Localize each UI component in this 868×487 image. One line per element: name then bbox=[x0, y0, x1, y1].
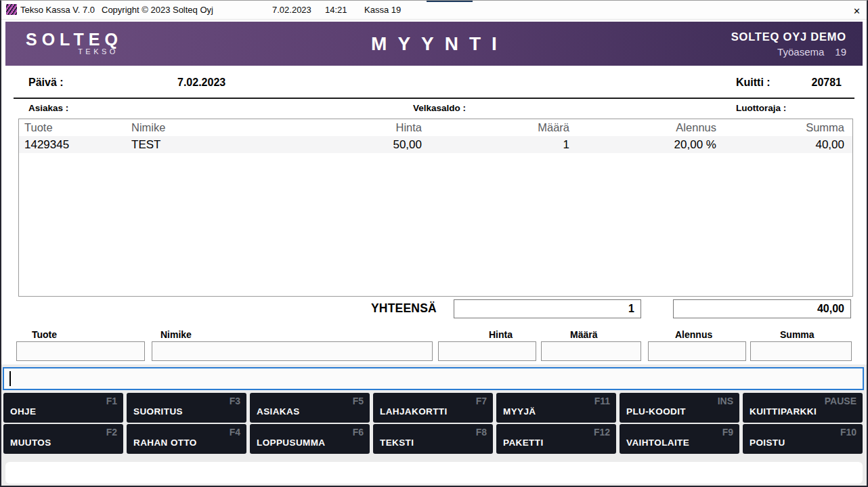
fk-label: TEKSTI bbox=[380, 438, 414, 448]
fk-key-hint: F8 bbox=[476, 427, 487, 438]
fk-key-hint: F11 bbox=[594, 396, 610, 406]
col-header-hinta: Hinta bbox=[295, 119, 423, 136]
lower-panel: OHJE F1 SUORITUS F3 ASIAKAS F5 LAHJAKORT… bbox=[1, 364, 867, 486]
function-key-suoritus[interactable]: SUORITUS F3 bbox=[127, 393, 246, 423]
command-input[interactable] bbox=[3, 367, 864, 390]
fk-key-hint: F4 bbox=[230, 427, 240, 438]
app-icon bbox=[6, 4, 17, 15]
date-label: Päivä : bbox=[28, 77, 64, 89]
col-header-alennus: Alennus bbox=[571, 119, 718, 136]
titlebar-time: 14:21 bbox=[325, 5, 347, 15]
fk-label: PLU-KOODIT bbox=[626, 406, 686, 417]
cell-product-name: TEST bbox=[126, 136, 295, 153]
total-sum-box: 40,00 bbox=[673, 299, 851, 318]
receipt-number: 20781 bbox=[812, 77, 842, 89]
function-key-row-1: OHJE F1 SUORITUS F3 ASIAKAS F5 LAHJAKORT… bbox=[3, 393, 863, 423]
workstation-label: Työasema bbox=[777, 46, 824, 58]
fk-label: OHJE bbox=[10, 406, 36, 417]
fk-label: PAKETTI bbox=[503, 438, 544, 448]
fk-key-hint: INS bbox=[718, 396, 733, 406]
total-label: YHTEENSÄ bbox=[371, 301, 437, 316]
function-key-vaihtolaite[interactable]: VAIHTOLAITE F9 bbox=[620, 424, 739, 454]
background-window-sliver bbox=[427, 1, 473, 2]
fk-key-hint: F10 bbox=[840, 427, 856, 438]
workstation-number: 19 bbox=[835, 46, 846, 58]
fk-key-hint: F9 bbox=[722, 427, 733, 438]
debt-balance-label: Velkasaldo : bbox=[413, 103, 466, 113]
entry-label-maara: Määrä bbox=[570, 329, 597, 340]
cell-discount: 20,00 % bbox=[571, 136, 718, 153]
function-key-asiakas[interactable]: ASIAKAS F5 bbox=[250, 393, 370, 423]
fk-key-hint: PAUSE bbox=[825, 396, 856, 406]
app-header: SOLTEQ TEKSO MYYNTI SOLTEQ OYJ DEMO Työa… bbox=[5, 22, 863, 66]
credit-limit-label: Luottoraja : bbox=[736, 103, 786, 113]
customer-label: Asiakas : bbox=[28, 103, 68, 113]
fk-label: MYYJÄ bbox=[503, 406, 536, 417]
fk-label: KUITTIPARKKI bbox=[750, 406, 817, 417]
divider-line bbox=[14, 98, 854, 99]
app-title: Tekso Kassa V. 7.0 bbox=[20, 5, 95, 15]
copyright-text: Copyright © 2023 Solteq Oyj bbox=[102, 5, 213, 15]
items-table: Tuote Nimike Hinta Määrä Alennus Summa 1… bbox=[18, 119, 853, 297]
price-input[interactable] bbox=[438, 341, 536, 361]
titlebar: Tekso Kassa V. 7.0 Copyright © 2023 Solt… bbox=[1, 1, 867, 20]
fk-key-hint: F6 bbox=[353, 427, 364, 438]
cell-price: 50,00 bbox=[295, 136, 423, 153]
function-key-poistu[interactable]: POISTU F10 bbox=[743, 424, 863, 454]
company-name: SOLTEQ OYJ DEMO bbox=[731, 30, 846, 43]
fk-key-hint: F2 bbox=[106, 427, 117, 438]
fk-label: LAHJAKORTTI bbox=[380, 406, 448, 417]
bottom-status-strip bbox=[5, 462, 863, 484]
fk-label: RAHAN OTTO bbox=[133, 438, 197, 448]
fk-label: MUUTOS bbox=[10, 438, 51, 448]
col-header-nimike: Nimike bbox=[126, 119, 295, 136]
cell-quantity: 1 bbox=[423, 136, 571, 153]
titlebar-date: 7.02.2023 bbox=[272, 5, 311, 15]
table-row[interactable]: 1429345 TEST 50,00 1 20,00 % 40,00 bbox=[19, 136, 852, 153]
col-header-summa: Summa bbox=[718, 119, 852, 136]
function-key-ohje[interactable]: OHJE F1 bbox=[3, 393, 123, 423]
date-value: 7.02.2023 bbox=[177, 77, 225, 89]
close-icon[interactable]: ✕ bbox=[853, 5, 861, 18]
function-key-plu-koodit[interactable]: PLU-KOODIT INS bbox=[620, 393, 739, 423]
fk-key-hint: F1 bbox=[106, 396, 117, 406]
entry-label-summa: Summa bbox=[780, 329, 815, 340]
function-key-row-2: MUUTOS F2 RAHAN OTTO F4 LOPPUSUMMA F6 TE… bbox=[3, 424, 863, 454]
fk-label: POISTU bbox=[750, 438, 785, 448]
receipt-label: Kuitti : bbox=[736, 77, 771, 89]
items-table-header: Tuote Nimike Hinta Määrä Alennus Summa bbox=[19, 119, 852, 136]
quantity-input[interactable] bbox=[541, 341, 641, 361]
workstation-info: Työasema19 bbox=[731, 46, 846, 58]
col-header-maara: Määrä bbox=[423, 119, 571, 136]
function-key-muutos[interactable]: MUUTOS F2 bbox=[3, 424, 123, 454]
product-name-input[interactable] bbox=[152, 341, 433, 361]
fk-label: SUORITUS bbox=[133, 406, 183, 417]
product-code-input[interactable] bbox=[16, 341, 145, 361]
function-key-teksti[interactable]: TEKSTI F8 bbox=[373, 424, 493, 454]
fk-key-hint: F5 bbox=[353, 396, 364, 406]
cell-sum: 40,00 bbox=[718, 136, 852, 153]
function-key-myyja[interactable]: MYYJÄ F11 bbox=[496, 393, 616, 423]
header-right-block: SOLTEQ OYJ DEMO Työasema19 bbox=[731, 30, 846, 58]
seller-info: Myyjä : TESTAAJA TIMO bbox=[386, 77, 389, 89]
fk-key-hint: F7 bbox=[476, 396, 487, 406]
function-key-loppusumma[interactable]: LOPPUSUMMA F6 bbox=[250, 424, 370, 454]
entry-label-hinta: Hinta bbox=[489, 329, 513, 340]
fk-key-hint: F12 bbox=[594, 427, 610, 438]
entry-label-nimike: Nimike bbox=[160, 329, 192, 340]
function-key-kuittiparkki[interactable]: KUITTIPARKKI PAUSE bbox=[743, 393, 863, 423]
discount-input[interactable] bbox=[648, 341, 746, 361]
cell-product-code: 1429345 bbox=[19, 136, 126, 153]
titlebar-register: Kassa 19 bbox=[364, 5, 401, 15]
function-key-rahan-otto[interactable]: RAHAN OTTO F4 bbox=[127, 424, 246, 454]
fk-label: VAIHTOLAITE bbox=[626, 438, 689, 448]
function-key-paketti[interactable]: PAKETTI F12 bbox=[496, 424, 616, 454]
total-quantity-box: 1 bbox=[454, 299, 641, 318]
function-key-lahjakortti[interactable]: LAHJAKORTTI F7 bbox=[373, 393, 493, 423]
entry-label-alennus: Alennus bbox=[675, 329, 712, 340]
sum-input[interactable] bbox=[750, 341, 852, 361]
fk-key-hint: F3 bbox=[230, 396, 240, 406]
fk-label: LOPPUSUMMA bbox=[257, 438, 326, 448]
pos-window: Tekso Kassa V. 7.0 Copyright © 2023 Solt… bbox=[0, 0, 868, 487]
entry-label-tuote: Tuote bbox=[32, 329, 57, 340]
